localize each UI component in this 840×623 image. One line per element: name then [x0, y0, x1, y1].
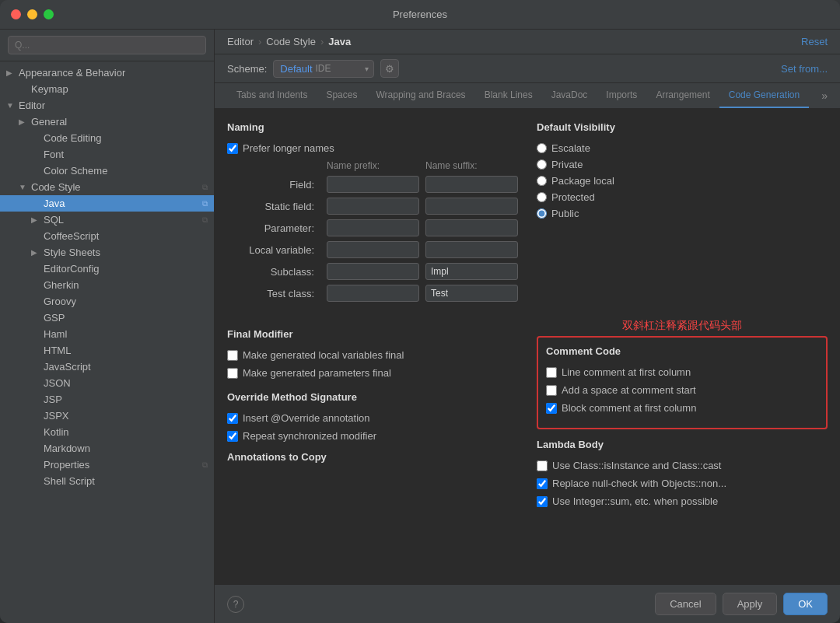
lambda-isinstance-row: Use Class::isInstance and Class::cast [537, 460, 828, 471]
field-prefix-input[interactable] [327, 176, 419, 193]
visibility-package-radio[interactable] [537, 176, 547, 186]
space-comment-checkbox[interactable] [546, 385, 557, 396]
lambda-isinstance-label[interactable]: Use Class::isInstance and Class::cast [552, 460, 721, 471]
final-local-checkbox[interactable] [227, 350, 238, 361]
static-field-prefix-input[interactable] [327, 198, 419, 215]
line-comment-label[interactable]: Line comment at first column [562, 366, 691, 378]
final-local-label[interactable]: Make generated local variables final [243, 349, 404, 361]
block-comment-label[interactable]: Block comment at first column [562, 402, 696, 414]
tab-blank-lines[interactable]: Blank Lines [475, 83, 542, 108]
sidebar-item-code-style[interactable]: ▼ Code Style ⧉ [0, 179, 214, 195]
subclass-suffix-input[interactable] [425, 263, 518, 280]
minimize-button[interactable] [27, 9, 37, 19]
final-param-label[interactable]: Make generated parameters final [243, 367, 391, 379]
comment-code-title: Comment Code [546, 345, 818, 357]
block-comment-checkbox[interactable] [546, 403, 557, 414]
sidebar-item-jspx[interactable]: JSPX [0, 408, 214, 424]
lambda-integersum-label[interactable]: Use Integer::sum, etc. when possible [552, 495, 718, 507]
visibility-protected-radio[interactable] [537, 192, 547, 202]
static-field-suffix-input[interactable] [425, 198, 518, 215]
visibility-private-radio[interactable] [537, 159, 547, 170]
sidebar-item-style-sheets[interactable]: ▶ Style Sheets [0, 244, 214, 261]
prefer-longer-names-label[interactable]: Prefer longer names [243, 142, 334, 154]
parameter-suffix-input[interactable] [425, 219, 518, 236]
left-bottom: Final Modifier Make generated local vari… [227, 319, 518, 513]
final-param-checkbox[interactable] [227, 368, 238, 379]
help-button[interactable]: ? [227, 596, 244, 613]
sidebar-item-gherkin[interactable]: Gherkin [0, 277, 214, 293]
space-comment-row: Add a space at comment start [546, 384, 818, 396]
parameter-input-row: Parameter: [227, 219, 518, 236]
sidebar-item-groovy[interactable]: Groovy [0, 293, 214, 310]
override-synchronized-label[interactable]: Repeat synchronized modifier [243, 430, 376, 442]
set-from-button[interactable]: Set from... [781, 63, 828, 75]
sidebar-item-haml[interactable]: Haml [0, 326, 214, 342]
lambda-integersum-checkbox[interactable] [537, 496, 548, 507]
local-variable-suffix-input[interactable] [425, 241, 518, 258]
comment-code-box: Comment Code Line comment at first colum… [537, 336, 828, 429]
visibility-escalate-label[interactable]: Escalate [551, 142, 590, 154]
sidebar-item-markdown[interactable]: Markdown [0, 440, 214, 457]
sidebar-item-shell-script[interactable]: Shell Script [0, 473, 214, 489]
sidebar-item-jsp[interactable]: JSP [0, 391, 214, 408]
tab-javadoc[interactable]: JavaDoc [542, 83, 597, 108]
visibility-title: Default Visibility [537, 121, 828, 133]
line-comment-checkbox[interactable] [546, 367, 557, 378]
sidebar-item-code-editing[interactable]: Code Editing [0, 130, 214, 146]
tab-code-generation[interactable]: Code Generation [719, 83, 809, 108]
visibility-public-label[interactable]: Public [551, 208, 579, 219]
tab-imports[interactable]: Imports [597, 83, 646, 108]
sidebar-item-json[interactable]: JSON [0, 375, 214, 391]
reset-button[interactable]: Reset [801, 36, 828, 47]
tabs-more-icon[interactable]: » [821, 89, 828, 102]
test-class-prefix-input[interactable] [327, 285, 419, 302]
sidebar-item-gsp[interactable]: GSP [0, 310, 214, 326]
lambda-isinstance-checkbox[interactable] [537, 460, 548, 471]
maximize-button[interactable] [44, 9, 54, 19]
gear-button[interactable]: ⚙ [380, 59, 399, 78]
tab-tabs-indents[interactable]: Tabs and Indents [227, 83, 317, 108]
prefer-longer-names-checkbox[interactable] [227, 143, 238, 154]
visibility-package-label[interactable]: Package local [551, 175, 614, 187]
tab-wrapping-braces[interactable]: Wrapping and Braces [366, 83, 474, 108]
scheme-dropdown[interactable]: Default IDE ▾ [273, 60, 374, 78]
sidebar-item-font[interactable]: Font [0, 146, 214, 163]
local-variable-prefix-input[interactable] [327, 241, 419, 258]
field-suffix-input[interactable] [425, 176, 518, 193]
apply-button[interactable]: Apply [723, 593, 778, 615]
override-annotation-label[interactable]: Insert @Override annotation [243, 412, 370, 424]
sidebar-item-label: Groovy [44, 296, 76, 307]
space-comment-label[interactable]: Add a space at comment start [562, 384, 696, 396]
tab-spaces[interactable]: Spaces [317, 83, 366, 108]
visibility-private-label[interactable]: Private [551, 159, 583, 170]
sidebar-item-editor[interactable]: ▼ Editor [0, 97, 214, 114]
override-synchronized-checkbox[interactable] [227, 431, 238, 442]
sidebar-item-kotlin[interactable]: Kotlin [0, 424, 214, 440]
sidebar-item-color-scheme[interactable]: Color Scheme [0, 163, 214, 179]
sidebar-item-general[interactable]: ▶ General [0, 114, 214, 130]
sidebar-item-appearance[interactable]: ▶ Appearance & Behavior [0, 65, 214, 81]
sidebar-item-keymap[interactable]: Keymap [0, 81, 214, 97]
sidebar-item-html[interactable]: HTML [0, 342, 214, 359]
visibility-escalate-radio[interactable] [537, 143, 547, 153]
close-button[interactable] [11, 9, 21, 19]
sidebar-item-java[interactable]: Java ⧉ [0, 195, 214, 212]
visibility-protected-label[interactable]: Protected [551, 191, 595, 203]
visibility-public-radio[interactable] [537, 208, 547, 219]
tab-arrangement[interactable]: Arrangement [646, 83, 719, 108]
sidebar-item-coffeescript[interactable]: CoffeeScript [0, 228, 214, 244]
cancel-button[interactable]: Cancel [655, 593, 716, 615]
sidebar-item-javascript[interactable]: JavaScript [0, 359, 214, 375]
sidebar-item-properties[interactable]: Properties ⧉ [0, 457, 214, 473]
subclass-prefix-input[interactable] [327, 263, 419, 280]
footer: ? Cancel Apply OK [215, 584, 840, 623]
sidebar-item-editorconfig[interactable]: EditorConfig [0, 261, 214, 277]
parameter-prefix-input[interactable] [327, 219, 419, 236]
override-annotation-checkbox[interactable] [227, 413, 238, 424]
search-input[interactable] [8, 36, 206, 54]
ok-button[interactable]: OK [783, 593, 828, 615]
test-class-suffix-input[interactable] [425, 285, 518, 302]
lambda-nullcheck-label[interactable]: Replace null-check with Objects::non... [552, 478, 726, 489]
lambda-nullcheck-checkbox[interactable] [537, 478, 548, 489]
sidebar-item-sql[interactable]: ▶ SQL ⧉ [0, 212, 214, 228]
